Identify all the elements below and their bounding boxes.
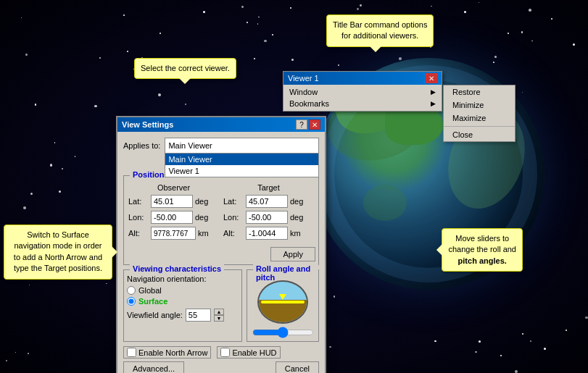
checkbox-row: Enable North Arrow Enable HUD — [123, 346, 319, 359]
viewfield-down[interactable]: ▼ — [214, 315, 224, 322]
viewer-window: Viewer 1 ✕ Window ▶ Bookmarks ▶ Restore … — [283, 71, 442, 112]
viewfield-row: Viewfield angle: ▲ ▼ — [127, 309, 239, 322]
bottom-buttons: Advanced... Cancel — [123, 361, 319, 373]
tgt-alt-row: Alt: km — [223, 227, 314, 240]
obs-alt-unit: km — [198, 229, 212, 238]
obs-lon-label: Lon: — [128, 213, 149, 222]
global-radio-row: Global — [127, 286, 239, 295]
view-settings-dialog: View Settings ? ✕ Applies to: Main Viewe… — [116, 116, 326, 373]
tooltip-roll-pitch: Move sliders to change the roll and pitc… — [442, 228, 523, 272]
tooltip-select-viewer: Select the correct viewer. — [134, 58, 236, 79]
tgt-lon-label: Lon: — [223, 213, 244, 222]
obs-lon-row: Lon: deg — [128, 211, 219, 224]
maximize-option[interactable]: Maximize — [444, 112, 515, 125]
viewing-characteristics-section: Viewing characteristics Navigation orien… — [123, 269, 242, 342]
viewfield-input[interactable] — [186, 309, 211, 322]
target-column: Target Lat: deg Lon: deg Alt: km — [222, 182, 315, 244]
roll-pitch-section: Roll angle and pitch — [247, 269, 319, 342]
tgt-alt-input[interactable] — [246, 227, 288, 240]
tgt-lat-label: Lat: — [223, 197, 244, 206]
hud-label: Enable HUD — [232, 348, 276, 357]
vs-help-button[interactable]: ? — [296, 120, 307, 130]
apply-button[interactable]: Apply — [270, 247, 315, 261]
viewer-menu-section: Window ▶ Bookmarks ▶ Restore Minimize Ma… — [283, 85, 442, 111]
advanced-button[interactable]: Advanced... — [123, 361, 184, 373]
surface-radio[interactable] — [127, 297, 136, 306]
apply-row: Apply — [127, 247, 315, 261]
applies-to-label: Applies to: — [123, 141, 160, 150]
minimize-option[interactable]: Minimize — [444, 99, 515, 112]
applies-to-select[interactable]: Main Viewer Viewer 1 — [165, 138, 319, 154]
viewer-close-button[interactable]: ✕ — [426, 73, 437, 83]
nav-orientation-label: Navigation orientation: — [127, 274, 239, 283]
vs-close-button[interactable]: ✕ — [309, 120, 320, 130]
observer-header: Observer — [128, 183, 219, 192]
positions-grid: Observer Lat: deg Lon: deg Alt: km — [127, 182, 315, 244]
window-dropdown-panel: Restore Minimize Maximize Close — [443, 85, 515, 142]
obs-lat-label: Lat: — [128, 197, 149, 206]
tgt-alt-unit: km — [290, 229, 305, 238]
applies-dropdown-list: Main Viewer Viewer 1 — [165, 154, 319, 177]
surface-radio-row: Surface — [127, 297, 239, 306]
viewer-titlebar: Viewer 1 ✕ — [283, 72, 442, 85]
viewing-title: Viewing characteristics — [130, 264, 224, 273]
roll-pitch-slider[interactable] — [252, 327, 314, 338]
dropdown-main-viewer[interactable]: Main Viewer — [165, 154, 318, 165]
surface-label: Surface — [138, 297, 167, 306]
dropdown-viewer1[interactable]: Viewer 1 — [165, 165, 318, 177]
obs-lon-unit: deg — [195, 213, 210, 222]
window-menu-item[interactable]: Window ▶ — [283, 86, 442, 98]
north-arrow-checkbox[interactable] — [127, 348, 136, 357]
vs-content: Applies to: Main Viewer Viewer 1 Main Vi… — [117, 132, 325, 373]
cancel-button[interactable]: Cancel — [276, 361, 319, 373]
tgt-lon-unit: deg — [290, 213, 305, 222]
applies-to-row: Applies to: Main Viewer Viewer 1 Main Vi… — [123, 138, 319, 154]
bookmarks-menu-item[interactable]: Bookmarks ▶ — [283, 98, 442, 109]
global-radio[interactable] — [127, 286, 136, 295]
tgt-lon-input[interactable] — [246, 211, 288, 224]
tooltip-title-bar: Title Bar command options for additional… — [326, 14, 434, 47]
obs-lat-row: Lat: deg — [128, 195, 219, 208]
obs-alt-input[interactable] — [151, 227, 196, 240]
tooltip-surface-mode: Switch to Surface navigation mode in ord… — [4, 225, 112, 280]
north-arrow-checkbox-btn[interactable]: Enable North Arrow — [123, 346, 211, 359]
viewfield-up[interactable]: ▲ — [214, 309, 224, 315]
obs-alt-label: Alt: — [128, 229, 149, 238]
applies-to-select-container: Main Viewer Viewer 1 Main Viewer Viewer … — [165, 138, 319, 154]
vs-bottom-sections: Viewing characteristics Navigation orien… — [123, 269, 319, 342]
svg-point-3 — [363, 185, 407, 221]
roll-title: Roll angle and pitch — [253, 264, 318, 282]
restore-option[interactable]: Restore — [444, 85, 515, 99]
tgt-alt-label: Alt: — [223, 229, 244, 238]
tgt-lat-row: Lat: deg — [223, 195, 314, 208]
observer-column: Observer Lat: deg Lon: deg Alt: km — [127, 182, 220, 244]
close-option[interactable]: Close — [444, 128, 515, 141]
obs-lat-unit: deg — [195, 197, 210, 206]
vs-titlebar: View Settings ? ✕ — [117, 117, 325, 132]
roll-pitch-dial — [257, 280, 308, 324]
obs-lat-input[interactable] — [151, 195, 193, 208]
viewer-title: Viewer 1 — [288, 74, 319, 83]
viewfield-label: Viewfield angle: — [127, 311, 183, 319]
viewfield-spinner: ▲ ▼ — [214, 309, 224, 322]
vs-titlebar-buttons: ? ✕ — [296, 120, 320, 130]
obs-alt-row: Alt: km — [128, 227, 219, 240]
tgt-lat-input[interactable] — [246, 195, 288, 208]
positions-section: Positions Observer Lat: deg Lon: deg — [123, 175, 319, 265]
global-label: Global — [138, 286, 162, 295]
target-header: Target — [223, 183, 314, 192]
tgt-lon-row: Lon: deg — [223, 211, 314, 224]
obs-lon-input[interactable] — [151, 211, 193, 224]
hud-checkbox-btn[interactable]: Enable HUD — [217, 346, 280, 359]
north-arrow-label: Enable North Arrow — [138, 348, 207, 357]
vs-title: View Settings — [122, 120, 173, 129]
tgt-lat-unit: deg — [290, 197, 305, 206]
hud-checkbox[interactable] — [220, 348, 230, 357]
